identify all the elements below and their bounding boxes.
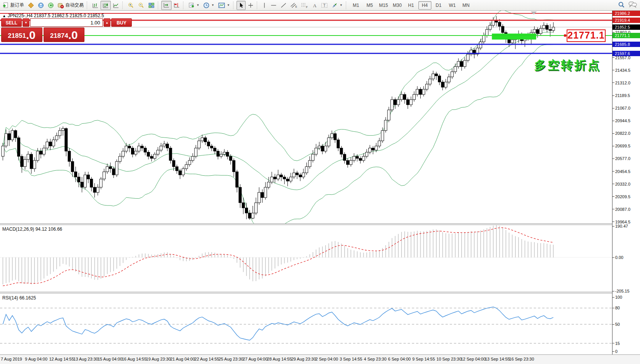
date-axis-label: 27 Aug 04:00 [243, 357, 268, 361]
autotrading-button[interactable]: 自动交易 [56, 1, 86, 10]
template-button[interactable]: ▼ [216, 1, 232, 10]
price-axis-tick: 20209.5 [615, 194, 630, 199]
date-axis-label: 2 Sep 04:00 [316, 357, 338, 361]
date-axis-label: 25 Aug 23:30 [219, 357, 243, 361]
chat-icon[interactable] [629, 1, 637, 10]
timeframe-button-W1[interactable]: W1 [446, 1, 459, 10]
signals-icon [48, 2, 54, 8]
axis-tick-mark [612, 351, 614, 352]
date-axis[interactable]: 7 Aug 20199 Aug 04:0012 Aug 14:5513 Aug … [0, 354, 640, 364]
text-button[interactable]: A [310, 1, 319, 10]
volume-input[interactable] [30, 18, 103, 27]
auto-scroll-button[interactable] [161, 1, 172, 10]
price-axis-tick: 21434.5 [615, 68, 630, 73]
horizontal-line-button[interactable] [269, 1, 279, 10]
one-click-trading-panel: SELL ▼ ▲ BUY 21851.0 21874.0 [1, 18, 84, 42]
toolbar-separator [346, 2, 348, 9]
equidistant-channel-button[interactable]: E [288, 1, 299, 10]
rsi-pane[interactable] [0, 293, 612, 354]
metaeditor-button[interactable] [26, 1, 36, 10]
search-icon[interactable] [618, 1, 625, 10]
axis-tick-mark [612, 171, 614, 171]
timeframe-button-D1[interactable]: D1 [432, 1, 445, 10]
sell-price-button[interactable]: 21851.0 [1, 28, 42, 42]
new-order-button[interactable]: 新订单 [1, 1, 26, 10]
arrows-button[interactable]: ▼ [330, 1, 345, 10]
cursor-button[interactable] [237, 1, 246, 10]
candlestick-chart-button[interactable] [100, 1, 111, 10]
date-axis-label: 29 Aug 23:30 [291, 357, 316, 361]
timeframe-button-M5[interactable]: M5 [363, 1, 376, 10]
chart-annotation-text[interactable]: 多空转折点 [534, 57, 601, 73]
trendline-button[interactable] [279, 1, 288, 10]
timeframe-button-H1[interactable]: H1 [405, 1, 418, 10]
timeframe-button-M30[interactable]: M30 [391, 1, 404, 10]
price-axis-tick: 20699.5 [615, 144, 630, 148]
buy-price-button[interactable]: 21874.0 [44, 28, 85, 42]
axis-tick-mark [612, 108, 614, 108]
chart-shift-button[interactable] [172, 1, 182, 10]
axis-tick-mark [612, 184, 614, 184]
vertical-line-button[interactable] [260, 1, 269, 10]
metaeditor-icon [28, 2, 34, 8]
axis-tick-mark [612, 95, 614, 96]
date-axis-label: 9 Sep 14:55 [412, 357, 435, 361]
date-axis-label: 21 Aug 04:00 [170, 357, 195, 361]
buy-button[interactable]: BUY [111, 18, 132, 27]
rsi-axis-tick: 80 [615, 306, 620, 310]
timeframe-button-H4[interactable]: H4 [418, 1, 431, 10]
axis-tick-mark [612, 343, 614, 343]
svg-text:F: F [306, 6, 308, 8]
axis-tick-mark [612, 70, 614, 70]
new-order-icon [3, 2, 9, 8]
price-axis-tick: 20577.0 [615, 156, 630, 161]
timeframe-button-MN[interactable]: MN [460, 1, 473, 10]
timeframe-button-M1[interactable]: M1 [350, 1, 363, 10]
signals-button[interactable] [46, 1, 56, 10]
bar-chart-button[interactable] [90, 1, 100, 10]
date-axis-label: 9 Aug 04:00 [25, 357, 47, 361]
price-axis-tick: 20822.0 [615, 131, 630, 136]
line-chart-button[interactable] [111, 1, 121, 10]
sell-button[interactable]: SELL [1, 18, 22, 27]
fibonacci-button[interactable]: F [299, 1, 310, 10]
date-axis-label: 28 Aug 14:55 [267, 357, 292, 361]
date-axis-label: 12 Sep 04:00 [461, 357, 486, 361]
volume-decrease-button[interactable]: ▼ [23, 18, 29, 27]
price-chart[interactable] [0, 11, 612, 224]
toolbar-separator [87, 2, 89, 9]
zoom-in-button[interactable] [126, 1, 136, 10]
chart-shift-marker[interactable] [531, 11, 537, 15]
volume-increase-button[interactable]: ▲ [104, 18, 110, 27]
community-button[interactable] [36, 1, 46, 10]
crosshair-button[interactable] [246, 1, 256, 10]
axis-tick-mark [612, 57, 614, 58]
macd-pane[interactable] [0, 225, 612, 292]
svg-text:E: E [295, 5, 297, 8]
price-axis-tick: 21067.0 [615, 106, 630, 110]
tile-windows-button[interactable] [146, 1, 157, 10]
date-axis-label: 13 Sep 14:55 [485, 357, 510, 361]
price-axis-tick: 20087.0 [615, 207, 630, 212]
level-price-tag: 21685.8 [612, 42, 640, 47]
label-button[interactable]: T [319, 1, 330, 10]
timeframe-button-M15[interactable]: M15 [377, 1, 390, 10]
collapse-arrow-icon[interactable]: ▲ [2, 14, 6, 18]
axis-tick-mark [612, 133, 614, 134]
date-axis-label: 10 Sep 23:30 [436, 357, 461, 361]
chart-window[interactable]: ▲JPN225-,H4 21837.5 21862.5 21825.0 2185… [0, 11, 640, 364]
zoom-out-button[interactable] [136, 1, 146, 10]
axis-tick-mark [612, 196, 614, 197]
rsi-axis-tick: 100 [615, 295, 622, 299]
price-axis-tick: 21189.5 [615, 93, 630, 98]
axis-tick-mark [612, 146, 614, 146]
axis-tick-mark [612, 297, 614, 298]
big-price-label[interactable]: 21771.1 [567, 29, 606, 42]
axis-tick-mark [612, 291, 614, 291]
price-axis[interactable]: 21802.021679.521557.021434.521312.021189… [612, 11, 640, 354]
new-chart-button[interactable]: ▼ [186, 1, 201, 10]
price-axis-tick: 21312.0 [615, 81, 630, 85]
periods-clock-button[interactable]: ▼ [201, 1, 216, 10]
axis-tick-mark [612, 159, 614, 159]
level-price-tag: 21771.1 [612, 33, 640, 38]
